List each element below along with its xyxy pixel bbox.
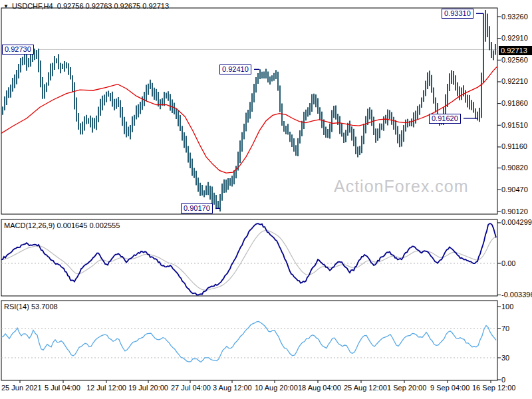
macd-indicator-label: MACD(12,26,9) 0.001645 0.002555: [4, 221, 120, 229]
x-axis-label: 16 Sep 12:00: [472, 384, 515, 392]
x-axis-label: 10 Aug 20:00: [255, 384, 298, 392]
watermark: ActionForex.com: [334, 177, 469, 196]
rsi-tick-label: 30: [501, 354, 509, 362]
macd-tick-label: 0.004299: [501, 218, 532, 226]
x-axis-label: 9 Sep 04:00: [430, 384, 469, 392]
y-axis-tick-label: 0.91860: [501, 99, 528, 107]
chart-window: ▼USDCHF,H4 0.92756 0.92763 0.92675 0.927…: [0, 0, 532, 399]
y-axis-tick-label: 0.90470: [501, 186, 528, 194]
x-axis-label: 12 Jul 12:00: [86, 384, 126, 392]
ohlc-readout: 0.92756 0.92763 0.92675 0.92713: [57, 2, 169, 10]
symbol-dropdown-icon[interactable]: ▼: [3, 3, 9, 9]
price-callout: 0.92410: [219, 65, 251, 74]
y-axis-tick-label: 0.91510: [501, 121, 528, 129]
x-axis-label: 19 Jul 20:00: [128, 384, 168, 392]
x-axis-label: 25 Aug 12:00: [344, 384, 387, 392]
x-axis-label: 27 Jul 04:00: [171, 384, 211, 392]
x-axis-label: 1 Sep 20:00: [387, 384, 426, 392]
rsi-indicator-label: RSI(14) 53.7008: [4, 303, 58, 311]
price-callout: 0.90170: [181, 203, 213, 213]
y-axis-tick-label: 0.90820: [501, 164, 528, 172]
macd-tick-label: 0.00: [501, 259, 515, 267]
chart-canvas: [0, 0, 532, 399]
x-axis-label: 18 Aug 04:00: [298, 384, 341, 392]
current-price-badge: 0.92713: [499, 46, 532, 55]
price-callout: 0.91620: [429, 114, 461, 124]
chart-title: ▼USDCHF,H4 0.92756 0.92763 0.92675 0.927…: [3, 2, 169, 10]
y-axis-tick-label: 0.92210: [501, 77, 528, 85]
rsi-tick-label: 0: [501, 376, 505, 384]
y-axis-tick-label: 0.92560: [501, 56, 528, 64]
price-callout: 0.92730: [2, 45, 34, 55]
x-axis-label: 5 Jul 04:00: [45, 384, 80, 392]
x-axis-label: 25 Jun 2021: [1, 384, 42, 392]
rsi-tick-label: 100: [501, 303, 513, 311]
y-axis-tick-label: 0.90120: [501, 207, 528, 215]
y-axis-tick-label: 0.93260: [501, 13, 528, 21]
symbol-timeframe: USDCHF,H4: [12, 2, 53, 10]
macd-tick-label: -0.003396: [501, 291, 532, 299]
price-callout: 0.93310: [442, 9, 473, 19]
y-axis-tick-label: 0.91160: [501, 142, 527, 150]
x-axis-label: 3 Aug 12:00: [213, 384, 252, 392]
rsi-tick-label: 70: [501, 325, 509, 332]
y-axis-tick-label: 0.92910: [501, 34, 528, 42]
